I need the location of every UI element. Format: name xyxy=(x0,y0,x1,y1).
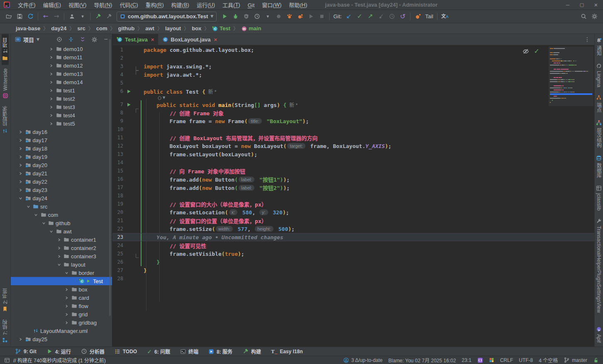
code-line-27[interactable]: 27} xyxy=(112,266,594,274)
code-line-3[interactable]: 3import javax.swing.*; xyxy=(112,62,594,70)
tree-chevron-icon[interactable] xyxy=(64,321,70,325)
tree-item-day25[interactable]: day25 xyxy=(11,335,112,343)
tool-stripe-jclasslib[interactable]: jclasslib xyxy=(596,182,602,214)
tree-item-test3[interactable]: test3 xyxy=(11,103,112,111)
tool-stripe-层次结构[interactable]: 层次结构 xyxy=(596,116,603,151)
tree-item-src[interactable]: src xyxy=(11,202,112,211)
tree-item-container2[interactable]: container2 xyxy=(11,244,112,252)
menu-item-u[interactable]: 运行(U) xyxy=(193,0,219,10)
git-push-button[interactable]: ↗ xyxy=(365,12,376,22)
tab-BoxLayout.java[interactable]: CBoxLayout.java× xyxy=(158,34,221,45)
forward-button[interactable]: → xyxy=(51,12,62,22)
tree-item-github[interactable]: github xyxy=(11,219,112,227)
code-line-6[interactable]: 6public class Test { 新 * xyxy=(112,87,594,95)
tool-stripe-Writerside[interactable]: Writerside xyxy=(2,65,8,102)
chevron-down-icon[interactable]: ▼ xyxy=(37,38,39,41)
tree-chevron-icon[interactable] xyxy=(18,172,24,175)
breadcrumb-awt[interactable]: awt xyxy=(145,25,154,32)
tree-chevron-icon[interactable] xyxy=(18,138,24,142)
status-widget-CRLF[interactable]: CRLF xyxy=(500,357,513,363)
hammer-button[interactable] xyxy=(93,12,103,22)
code-line-4[interactable]: 4import java.awt.*; xyxy=(112,70,594,79)
menu-item-f[interactable]: 文件(F) xyxy=(14,0,39,10)
code-line-10[interactable]: 10 xyxy=(112,125,594,133)
tree-item-flow[interactable]: flow xyxy=(11,302,112,310)
tree-chevron-icon[interactable] xyxy=(18,337,24,341)
tree-item-container3[interactable]: container3 xyxy=(11,252,112,260)
gutter-run-icon[interactable] xyxy=(123,89,134,94)
tree-item-gridbag[interactable]: gridbag xyxy=(11,318,112,327)
toolwindow-button-终端[interactable]: 终端 xyxy=(180,348,198,355)
menu-item-c[interactable]: 代码(C) xyxy=(116,0,142,10)
git-cherry-button[interactable] xyxy=(376,12,386,22)
tab-close-icon[interactable]: × xyxy=(214,36,217,43)
close-button[interactable]: × xyxy=(589,0,603,10)
tree-chevron-icon[interactable] xyxy=(18,130,24,134)
tree-chevron-icon[interactable] xyxy=(41,221,46,225)
code-line-24[interactable]: 24 // 设置可见性 xyxy=(112,241,594,250)
tree-item-day19[interactable]: day19 xyxy=(11,153,112,161)
tree-chevron-icon[interactable] xyxy=(49,72,54,76)
tree-chevron-icon[interactable] xyxy=(56,255,62,258)
status-widget-4个空格[interactable]: 4 个空格 xyxy=(539,357,558,364)
record-button[interactable] xyxy=(273,12,284,22)
save-button[interactable] xyxy=(14,12,25,22)
toolwindow-button-9Git[interactable]: 9: Git xyxy=(15,348,37,354)
tree-chevron-icon[interactable] xyxy=(49,105,54,109)
code-line-21[interactable]: 21 // 设置窗口的位置（单位是像素，px） xyxy=(112,216,594,225)
tree-item-demo11[interactable]: demo11 xyxy=(11,53,112,61)
tree-item-test4[interactable]: test4 xyxy=(11,111,112,119)
status-widget-squares[interactable] xyxy=(489,357,494,363)
tree-item-day18[interactable]: day18 xyxy=(11,144,112,153)
coverage-button[interactable] xyxy=(241,12,251,22)
git-update-button[interactable]: ↙ xyxy=(343,12,354,22)
hammer-dim-button[interactable] xyxy=(103,12,114,22)
tree-chevron-icon[interactable] xyxy=(25,205,31,209)
debug-button[interactable] xyxy=(230,12,241,22)
tree-chevron-icon[interactable] xyxy=(49,89,54,92)
user-button[interactable] xyxy=(66,12,77,22)
code-line-14[interactable]: 14 xyxy=(112,158,594,167)
tool-stripe-拉取请求[interactable]: 拉取请求 xyxy=(2,102,9,138)
code-editor[interactable]: 1package com.github.awt.layout.box;23imp… xyxy=(112,45,594,347)
tree-item-test5[interactable]: test5 xyxy=(11,119,112,128)
status-widget-231[interactable]: 23:1 xyxy=(462,357,471,363)
tree-item-test2[interactable]: test2 xyxy=(11,95,112,103)
tree-item-border[interactable]: border xyxy=(11,269,112,277)
code-line-20[interactable]: 20 frame.setLocation(x: 580, y: 320); xyxy=(112,208,594,216)
menu-item-n[interactable]: 导航(N) xyxy=(90,0,116,10)
tool-stripe-端点[interactable]: 端点 xyxy=(596,91,603,116)
chevron-down-icon[interactable]: ▼ xyxy=(163,96,165,99)
toolwindow-button-4运行[interactable]: 4: 运行 xyxy=(46,348,71,355)
gutter-run-icon[interactable] xyxy=(123,102,134,107)
tool-stripe-通知[interactable]: 通知 xyxy=(596,34,603,59)
tree-item-box[interactable]: box xyxy=(11,285,112,294)
code-line-18[interactable]: 18 xyxy=(112,192,594,200)
toolwindow-button-8服务[interactable]: 8: 服务 xyxy=(208,348,232,355)
expand-button[interactable] xyxy=(67,34,75,44)
breadcrumb-box[interactable]: box xyxy=(192,25,201,32)
menu-item-h[interactable]: 帮助(H) xyxy=(285,0,311,10)
run-configuration-combo[interactable]: com.github.awt.layout.box.Test▼ xyxy=(117,12,217,22)
open-button[interactable] xyxy=(3,12,14,22)
tree-chevron-icon[interactable] xyxy=(64,271,70,275)
tree-item-demo10[interactable]: demo10 xyxy=(11,45,112,53)
code-line-11[interactable]: 11 // 创建 BoxLayout 布局管理其，并设置布局管理器的方向 xyxy=(112,133,594,142)
back-button[interactable]: ← xyxy=(40,12,51,22)
menu-item-v[interactable]: 视图(V) xyxy=(65,0,90,10)
inspections-ok-icon[interactable]: ✓ xyxy=(534,48,540,55)
breadcrumb-github[interactable]: github xyxy=(118,25,134,32)
menu-item-e[interactable]: 编辑(E) xyxy=(39,0,65,10)
toolwindow-button-EasyI18n[interactable]: T_Easy I18n xyxy=(271,349,303,354)
code-line-26[interactable]: 26 } xyxy=(112,258,594,266)
tree-chevron-icon[interactable] xyxy=(56,263,62,267)
status-widget-unlock[interactable] xyxy=(593,357,599,363)
tree-chevron-icon[interactable] xyxy=(49,80,54,84)
status-widget-master[interactable]: master xyxy=(564,357,587,363)
tool-stripe-2书签[interactable]: 2: 书签 xyxy=(2,285,9,315)
tree-chevron-icon[interactable] xyxy=(49,97,54,101)
tool-stripe-Apif[interactable]: AApif xyxy=(596,323,602,347)
eye-off-icon[interactable] xyxy=(522,48,529,55)
status-widget-3uptodate[interactable]: 3 Δ/up-to-date xyxy=(343,357,382,363)
tree-chevron-icon[interactable] xyxy=(18,155,24,159)
